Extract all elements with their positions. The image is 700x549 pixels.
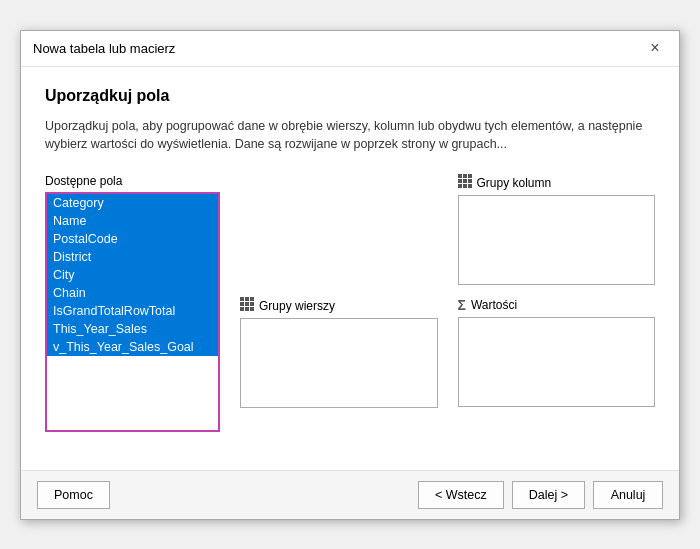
- svg-rect-10: [245, 297, 249, 301]
- list-item[interactable]: PostalCode: [47, 230, 218, 248]
- close-button[interactable]: ×: [643, 36, 667, 60]
- svg-rect-4: [463, 179, 467, 183]
- bottom-sections: Grupy wierszy Σ Wartości: [240, 297, 655, 408]
- list-item[interactable]: v_This_Year_Sales_Goal: [47, 338, 218, 356]
- row-groups-label: Grupy wierszy: [240, 297, 438, 314]
- svg-rect-5: [468, 179, 472, 183]
- svg-rect-14: [250, 302, 254, 306]
- row-groups-label-text: Grupy wierszy: [259, 299, 335, 313]
- fields-area: Dostępne pola Category Name PostalCode D…: [45, 174, 655, 432]
- list-item[interactable]: This_Year_Sales: [47, 320, 218, 338]
- svg-rect-1: [463, 174, 467, 178]
- available-fields-section: Dostępne pola Category Name PostalCode D…: [45, 174, 220, 432]
- rows-grid-icon: [240, 297, 254, 314]
- svg-rect-15: [240, 307, 244, 311]
- values-dropbox[interactable]: [458, 317, 656, 407]
- list-item[interactable]: Chain: [47, 284, 218, 302]
- values-section: Σ Wartości: [458, 297, 656, 408]
- svg-rect-12: [240, 302, 244, 306]
- available-fields-listbox[interactable]: Category Name PostalCode District City C…: [45, 192, 220, 432]
- column-groups-section: Grupy kolumn: [458, 174, 656, 285]
- list-item[interactable]: Name: [47, 212, 218, 230]
- back-button[interactable]: < Wstecz: [418, 481, 504, 509]
- values-label: Σ Wartości: [458, 297, 656, 313]
- dialog-body: Uporządkuj pola Uporządkuj pola, aby pog…: [21, 67, 679, 470]
- footer-right-buttons: < Wstecz Dalej > Anuluj: [418, 481, 663, 509]
- top-sections: Grupy kolumn: [240, 174, 655, 285]
- row-groups-dropbox[interactable]: [240, 318, 438, 408]
- svg-rect-13: [245, 302, 249, 306]
- svg-rect-7: [463, 184, 467, 188]
- svg-rect-9: [240, 297, 244, 301]
- row-groups-section: Grupy wierszy: [240, 297, 438, 408]
- section-title: Uporządkuj pola: [45, 87, 655, 105]
- spacer: [240, 174, 438, 264]
- svg-rect-11: [250, 297, 254, 301]
- grid-icon: [458, 174, 472, 191]
- column-groups-dropbox[interactable]: [458, 195, 656, 285]
- svg-rect-17: [250, 307, 254, 311]
- available-fields-label: Dostępne pola: [45, 174, 220, 188]
- cancel-button[interactable]: Anuluj: [593, 481, 663, 509]
- list-item[interactable]: District: [47, 248, 218, 266]
- next-button[interactable]: Dalej >: [512, 481, 585, 509]
- help-button[interactable]: Pomoc: [37, 481, 110, 509]
- title-bar: Nowa tabela lub macierz ×: [21, 31, 679, 67]
- footer: Pomoc < Wstecz Dalej > Anuluj: [21, 470, 679, 519]
- list-item[interactable]: Category: [47, 194, 218, 212]
- svg-rect-2: [468, 174, 472, 178]
- svg-rect-0: [458, 174, 462, 178]
- description-text: Uporządkuj pola, aby pogrupować dane w o…: [45, 117, 655, 155]
- svg-rect-3: [458, 179, 462, 183]
- dialog-title: Nowa tabela lub macierz: [33, 41, 175, 56]
- dialog: Nowa tabela lub macierz × Uporządkuj pol…: [20, 30, 680, 520]
- svg-rect-6: [458, 184, 462, 188]
- column-groups-label: Grupy kolumn: [458, 174, 656, 191]
- values-label-text: Wartości: [471, 298, 517, 312]
- list-item[interactable]: City: [47, 266, 218, 284]
- column-groups-label-text: Grupy kolumn: [477, 176, 552, 190]
- sigma-icon: Σ: [458, 297, 466, 313]
- svg-rect-8: [468, 184, 472, 188]
- right-sections: Grupy kolumn: [240, 174, 655, 408]
- list-item[interactable]: IsGrandTotalRowTotal: [47, 302, 218, 320]
- svg-rect-16: [245, 307, 249, 311]
